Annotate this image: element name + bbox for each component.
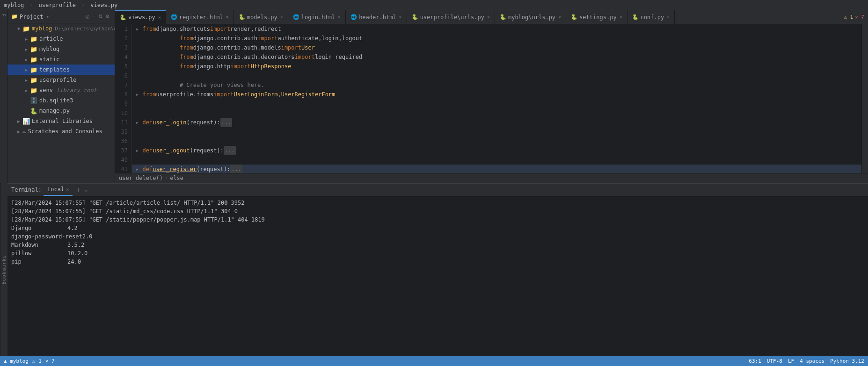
terminal-add-btn[interactable]: + <box>74 186 82 194</box>
code-line-41: ▸ def user_register(request):... <box>132 165 861 173</box>
terminal-label: Terminal: <box>11 187 42 193</box>
tab-userprofile-urls[interactable]: 🐍 userprofile\urls.py × <box>407 10 495 24</box>
title-views-py[interactable]: views.py <box>90 2 117 8</box>
breadcrumb-func: user_delete() <box>119 175 163 181</box>
tab-close-login-html[interactable]: × <box>338 14 341 20</box>
tab-close-myblog-urls[interactable]: × <box>558 14 561 20</box>
tab-myblog-urls[interactable]: 🐍 myblog\urls.py × <box>495 10 566 24</box>
error-count[interactable]: ✕ 7 <box>855 14 864 20</box>
tree-item-myblog-root[interactable]: ▼ 📁 myblog D:\projects\python\myblog <box>7 23 115 34</box>
status-errors[interactable]: ✕ 7 <box>45 358 55 364</box>
tab-label-register-html: register.html <box>179 14 223 21</box>
code-line-40 <box>132 155 861 165</box>
code-line-35 <box>132 127 861 136</box>
settings-btn[interactable]: ⚙ <box>104 13 111 21</box>
locate-file-btn[interactable]: ◎ <box>84 13 91 21</box>
status-encoding: UTF-8 <box>767 358 782 364</box>
title-myblog[interactable]: myblog <box>4 2 24 8</box>
terminal-chevron-btn[interactable]: ⌄ <box>84 187 88 193</box>
code-line-8: ▸ from userprofile.froms import UserLogi… <box>132 90 861 99</box>
status-line-ending: LF <box>788 358 794 364</box>
project-panel-title: Project <box>20 14 44 20</box>
code-line-1: ▸ from django.shortcuts import render, r… <box>132 24 861 34</box>
terminal-tab-local-close[interactable]: × <box>66 187 69 192</box>
tab-close-settings-py[interactable]: × <box>620 14 622 20</box>
terminal-tab-local[interactable]: Local × <box>44 184 73 196</box>
code-line-10 <box>132 108 861 118</box>
line-numbers: 1 2 3 4 5 6 7 8 9 10 11 35 36 37 40 41 6… <box>115 24 132 173</box>
code-line-3: from django.contrib.auth.models import U… <box>132 43 861 52</box>
tab-label-models-py: models.py <box>247 14 277 21</box>
terminal-tabs: Terminal: Local × + ⌄ <box>7 184 868 197</box>
tab-close-views-py[interactable]: × <box>158 15 161 20</box>
tab-close-register-html[interactable]: × <box>226 14 229 20</box>
expand-btn[interactable]: ⇅ <box>97 13 103 21</box>
panel-toolbar: ◎ ≡ ⇅ ⚙ <box>84 13 111 21</box>
breadcrumb-sep: › <box>165 175 168 181</box>
term-pkg-pip: pip24.0 <box>11 258 864 266</box>
warning-count[interactable]: ⚠ 1 <box>844 14 853 20</box>
code-line-9 <box>132 99 861 108</box>
left-strip: P <box>0 10 7 183</box>
project-panel: 📁 Project ▾ ◎ ≡ ⇅ ⚙ ▼ 📁 myblog D:\projec… <box>7 10 115 183</box>
tab-register-html[interactable]: 🌐 register.html × <box>166 10 234 24</box>
breadcrumb-bar: user_delete() › else <box>115 173 868 183</box>
status-warnings[interactable]: ⚠ 1 <box>32 358 42 364</box>
status-right: 63:1 UTF-8 LF 4 spaces Python 3.12 <box>749 358 864 364</box>
file-tree: ▼ 📁 myblog D:\projects\python\myblog ▶ 📁… <box>7 23 115 183</box>
title-userprofile[interactable]: userprofile <box>39 2 76 8</box>
status-indent: 4 spaces <box>800 358 824 364</box>
status-line-col: 63:1 <box>749 358 761 364</box>
project-strip-icon[interactable]: P <box>0 12 7 18</box>
term-pkg-markdown: Markdown3.5.2 <box>11 241 864 249</box>
tree-item-scratches[interactable]: ▶ ✏️ Scratches and Consoles <box>7 126 115 136</box>
tree-item-static[interactable]: ▶ 📁 static <box>7 54 115 65</box>
tree-item-manage-py[interactable]: 🐍 manage.py <box>7 106 115 116</box>
tree-item-myblog-pkg[interactable]: ▶ 📁 myblog <box>7 44 115 54</box>
tree-item-db-sqlite3[interactable]: 🗄️ db.sqlite3 <box>7 95 115 106</box>
tab-models-py[interactable]: 🐍 models.py × <box>234 10 288 24</box>
status-branch[interactable]: ▲ myblog <box>4 358 29 364</box>
tab-views-py[interactable]: 🐍 views.py × <box>115 10 166 24</box>
tab-close-conf-py[interactable]: × <box>667 14 670 20</box>
tab-label-header-html: header.html <box>359 14 396 21</box>
right-panel: | <box>861 24 868 173</box>
scrollbar-indicator: | <box>864 26 866 31</box>
editor-area: 🐍 views.py × 🌐 register.html × 🐍 models.… <box>115 10 868 183</box>
tab-label-myblog-urls: myblog\urls.py <box>508 14 555 21</box>
tab-header-html[interactable]: 🌐 header.html × <box>346 10 407 24</box>
code-line-5: from django.http import HttpResponse <box>132 62 861 71</box>
status-python: Python 3.12 <box>830 358 864 364</box>
term-pkg-django-pwd-reset: django-password-reset2.0 <box>11 232 864 241</box>
tab-close-userprofile-urls[interactable]: × <box>487 14 490 20</box>
tab-close-header-html[interactable]: × <box>399 14 402 20</box>
code-line-36 <box>132 136 861 146</box>
code-line-37: ▸ def user_logout(request):... <box>132 146 861 155</box>
tree-item-templates[interactable]: ▶ 📁 templates <box>7 65 115 75</box>
breadcrumb-item: else <box>170 175 183 181</box>
tab-label-userprofile-urls: userprofile\urls.py <box>420 14 484 21</box>
collapse-all-btn[interactable]: ≡ <box>92 13 96 21</box>
tab-settings-py[interactable]: 🐍 settings.py × <box>566 10 627 24</box>
tree-item-article[interactable]: ▶ 📁 article <box>7 34 115 44</box>
bottom-panel: Terminal: Local × + ⌄ [28/Mar/2024 15:07… <box>7 183 868 286</box>
tab-label-conf-py: conf.py <box>641 14 664 21</box>
tree-item-userprofile[interactable]: ▶ 📁 userprofile <box>7 75 115 85</box>
code-line-2: from django.contrib.auth import authenti… <box>132 34 861 43</box>
tab-close-models-py[interactable]: × <box>280 14 283 20</box>
code-area[interactable]: ▸ from django.shortcuts import render, r… <box>132 24 861 173</box>
tab-label-login-html: login.html <box>301 14 335 21</box>
editor-content: 1 2 3 4 5 6 7 8 9 10 11 35 36 37 40 41 6… <box>115 24 868 173</box>
terminal-content: [28/Mar/2024 15:07:55] "GET /article/art… <box>7 197 868 286</box>
term-pkg-django: Django4.2 <box>11 224 864 232</box>
tab-conf-py[interactable]: 🐍 conf.py × <box>627 10 675 24</box>
code-line-4: from django.contrib.auth.decorators impo… <box>132 52 861 62</box>
tree-item-venv[interactable]: ▶ 📁 venv library root <box>7 85 115 95</box>
term-line-2: [28/Mar/2024 15:07:55] "GET /static/md_c… <box>11 207 864 215</box>
terminal-tab-local-label: Local <box>47 186 64 193</box>
project-panel-header: 📁 Project ▾ ◎ ≡ ⇅ ⚙ <box>7 10 115 23</box>
tab-login-html[interactable]: 🌐 login.html × <box>288 10 346 24</box>
bookmarks-strip: Bookmarks <box>0 183 7 356</box>
tree-item-external-libs[interactable]: ▶ 📊 External Libraries <box>7 116 115 126</box>
code-line-11: ▸ def user_login(request):... <box>132 118 861 127</box>
